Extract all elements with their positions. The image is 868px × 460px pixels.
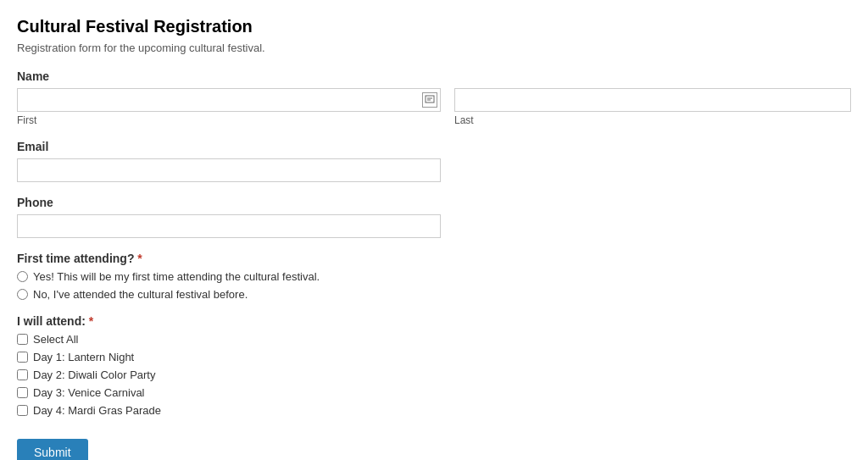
page-subtitle: Registration form for the upcoming cultu… xyxy=(17,42,851,54)
attend-checkbox-group: Select All Day 1: Lantern Night Day 2: D… xyxy=(17,333,851,417)
first-name-input[interactable] xyxy=(17,88,441,112)
svg-rect-0 xyxy=(426,96,434,103)
day2-item[interactable]: Day 2: Diwali Color Party xyxy=(17,369,851,381)
email-label: Email xyxy=(17,140,851,153)
attend-field-group: I will attend: * Select All Day 1: Lante… xyxy=(17,314,851,417)
radio-no-item[interactable]: No, I've attended the cultural festival … xyxy=(17,288,851,301)
last-name-input[interactable] xyxy=(454,88,851,112)
first-time-label: First time attending? * xyxy=(17,252,851,265)
name-row: First Last xyxy=(17,88,851,126)
last-name-col: Last xyxy=(454,88,851,126)
name-label: Name xyxy=(17,69,851,83)
page-title: Cultural Festival Registration xyxy=(17,17,851,36)
first-time-required: * xyxy=(137,252,142,265)
select-all-label: Select All xyxy=(33,333,78,346)
last-sub-label: Last xyxy=(454,114,851,126)
phone-label: Phone xyxy=(17,196,851,209)
day4-checkbox[interactable] xyxy=(17,405,28,416)
email-input-wrapper xyxy=(17,158,441,182)
email-input[interactable] xyxy=(17,158,441,182)
attend-label: I will attend: * xyxy=(17,314,851,328)
first-time-radio-group: Yes! This will be my first time attendin… xyxy=(17,270,851,301)
day1-checkbox[interactable] xyxy=(17,352,28,363)
first-time-field-group: First time attending? * Yes! This will b… xyxy=(17,252,851,301)
phone-field-group: Phone xyxy=(17,196,851,238)
name-field-group: Name First Last xyxy=(17,69,851,126)
first-name-col: First xyxy=(17,88,441,126)
radio-yes-input[interactable] xyxy=(17,271,28,282)
radio-yes-item[interactable]: Yes! This will be my first time attendin… xyxy=(17,270,851,283)
radio-no-label: No, I've attended the cultural festival … xyxy=(33,288,248,301)
phone-input[interactable] xyxy=(17,214,441,238)
select-all-item[interactable]: Select All xyxy=(17,333,851,346)
day3-checkbox[interactable] xyxy=(17,387,28,398)
submit-button[interactable]: Submit xyxy=(17,439,88,460)
day2-checkbox[interactable] xyxy=(17,369,28,380)
select-all-checkbox[interactable] xyxy=(17,334,28,345)
phone-input-wrapper xyxy=(17,214,441,238)
radio-no-input[interactable] xyxy=(17,289,28,300)
day4-item[interactable]: Day 4: Mardi Gras Parade xyxy=(17,404,851,417)
day3-label: Day 3: Venice Carnival xyxy=(33,386,145,399)
day2-label: Day 2: Diwali Color Party xyxy=(33,369,156,381)
day1-item[interactable]: Day 1: Lantern Night xyxy=(17,351,851,363)
autofill-icon[interactable] xyxy=(422,92,437,108)
day3-item[interactable]: Day 3: Venice Carnival xyxy=(17,386,851,399)
attend-required: * xyxy=(89,314,93,328)
day1-label: Day 1: Lantern Night xyxy=(33,351,134,363)
email-field-group: Email xyxy=(17,140,851,182)
first-sub-label: First xyxy=(17,114,441,126)
first-name-input-wrapper xyxy=(17,88,441,112)
radio-yes-label: Yes! This will be my first time attendin… xyxy=(33,270,320,283)
day4-label: Day 4: Mardi Gras Parade xyxy=(33,404,161,417)
